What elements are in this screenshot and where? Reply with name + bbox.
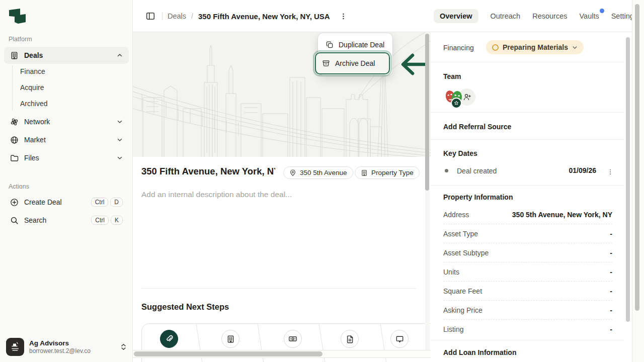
presentation-icon xyxy=(395,335,404,343)
address-tag-label: 350 5th Avenue xyxy=(300,169,347,176)
table-row: Asking Price- xyxy=(443,301,612,320)
panel-left-icon xyxy=(146,12,155,21)
chevron-down-icon xyxy=(117,155,123,161)
platform-section-label: Platform xyxy=(9,36,32,43)
brand-logo-icon[interactable] xyxy=(7,7,29,27)
sidebar-item-label: Market xyxy=(24,136,46,144)
copy-icon xyxy=(326,41,334,49)
menu-item-duplicate-deal[interactable]: Duplicate Deal xyxy=(321,36,389,53)
status-ring-icon xyxy=(492,44,499,51)
address-tag[interactable]: 350 5th Avenue xyxy=(283,166,353,179)
financing-status-dropdown[interactable]: Preparing Materials xyxy=(486,40,584,54)
panel-divider xyxy=(431,340,624,340)
row-label: Asset Subtype xyxy=(443,249,489,257)
next-steps-title: Suggested Next Steps xyxy=(141,302,229,312)
user-plus-icon xyxy=(463,93,471,102)
sidebar-item-label: Files xyxy=(24,154,39,162)
step-attachments[interactable] xyxy=(160,330,178,348)
tab-vaults-label: Vaults xyxy=(579,12,599,20)
workspace-info: Ag Advisors borrower.test.2@lev.co xyxy=(29,339,91,355)
financing-status-value: Preparing Materials xyxy=(503,43,568,51)
search-button[interactable]: Search CtrlK xyxy=(4,212,129,229)
app-window: Platform Deals Finance Acquire Archived xyxy=(0,0,644,362)
globe-icon xyxy=(10,136,19,144)
top-header: Deals / 350 Fifth Avenue, New York, NY, … xyxy=(133,0,632,32)
create-deal-button[interactable]: Create Deal CtrlD xyxy=(4,194,129,211)
menu-item-label: Duplicate Deal xyxy=(339,41,384,49)
step-documents[interactable] xyxy=(341,330,359,348)
search-icon xyxy=(10,216,19,225)
kebab-menu-icon xyxy=(607,168,614,175)
notification-dot xyxy=(600,9,604,13)
kbd-k: K xyxy=(111,216,123,225)
panel-divider xyxy=(431,62,624,62)
sidebar-item-acquire[interactable]: Acquire xyxy=(20,80,121,95)
row-value[interactable]: - xyxy=(610,325,612,333)
panel-divider xyxy=(431,185,624,186)
chevron-down-icon xyxy=(117,119,123,125)
add-loan-information-button[interactable]: Add Loan Information xyxy=(443,348,516,356)
folder-icon xyxy=(10,154,19,162)
actions-section-label: Actions xyxy=(9,183,29,190)
sidebar-item-market[interactable]: Market xyxy=(4,131,129,148)
paperclip-icon xyxy=(165,335,174,343)
annotation-arrow-icon xyxy=(398,53,427,76)
building-icon xyxy=(361,169,368,176)
sidebar-item-finance[interactable]: Finance xyxy=(20,64,121,79)
step-presentation[interactable] xyxy=(390,330,409,348)
sidebar-item-label: Network xyxy=(24,118,50,126)
breadcrumb-current-deal: 350 Fifth Avenue, New York, NY, USA xyxy=(198,12,330,21)
main-scrollbar-thumb[interactable] xyxy=(425,34,429,191)
deal-created-label: Deal created xyxy=(457,167,497,175)
toggle-sidebar-button[interactable] xyxy=(144,10,157,23)
deal-actions-menu-button[interactable] xyxy=(337,10,350,23)
workspace-switcher[interactable]: Ag Advisors borrower.test.2@lev.co xyxy=(4,334,129,360)
add-referral-source-button[interactable]: Add Referral Source xyxy=(443,123,511,131)
tab-vaults[interactable]: Vaults xyxy=(579,9,599,23)
deal-main-column: Duplicate Deal Archive Deal 350 Fifth Av… xyxy=(133,32,431,362)
main-hscrollbar-thumb[interactable] xyxy=(134,351,323,356)
row-value[interactable]: - xyxy=(610,268,612,276)
property-type-tag[interactable]: Property Type xyxy=(355,166,420,179)
property-information-label: Property Information xyxy=(443,193,513,201)
menu-item-label: Archive Deal xyxy=(335,59,375,67)
archive-icon xyxy=(322,59,330,67)
breadcrumb-deals-link[interactable]: Deals xyxy=(168,12,186,20)
table-row: Listing- xyxy=(443,320,612,338)
table-row: Address350 5th Avenue, New York, NY xyxy=(443,205,612,224)
menu-item-archive-deal[interactable]: Archive Deal xyxy=(315,52,390,74)
breadcrumb: Deals / 350 Fifth Avenue, New York, NY, … xyxy=(144,0,350,32)
row-value[interactable]: - xyxy=(610,287,612,295)
search-label: Search xyxy=(24,216,46,224)
row-value[interactable]: - xyxy=(610,230,612,238)
window-scrollbar-thumb[interactable] xyxy=(635,4,639,311)
sidebar-item-files[interactable]: Files xyxy=(4,149,129,166)
deal-description-input[interactable]: Add an internal description about the de… xyxy=(141,190,413,199)
sidebar-item-network[interactable]: Network xyxy=(4,113,129,130)
step-financials[interactable] xyxy=(284,330,302,348)
row-value[interactable]: 350 5th Avenue, New York, NY xyxy=(512,211,612,219)
map-pin-icon xyxy=(289,169,296,176)
table-row: Units- xyxy=(443,262,612,282)
chevron-down-icon xyxy=(572,45,578,50)
banknote-icon xyxy=(288,334,297,343)
deal-title: 350 Fifth Avenue, New York, NY, USA xyxy=(141,166,275,179)
tab-outreach[interactable]: Outreach xyxy=(491,9,521,23)
sidebar-item-archived[interactable]: Archived xyxy=(20,96,121,111)
row-value[interactable]: - xyxy=(610,249,612,257)
create-deal-shortcut: CtrlD xyxy=(91,198,123,207)
deal-created-date: 01/09/26 xyxy=(569,166,597,174)
building-icon xyxy=(10,51,19,60)
breadcrumb-divider xyxy=(162,12,163,20)
financing-label: Financing xyxy=(443,44,474,52)
tab-resources[interactable]: Resources xyxy=(532,9,567,23)
deal-tabs: Overview Outreach Resources Vaults Setti… xyxy=(434,0,637,32)
panel-scrollbar-thumb[interactable] xyxy=(626,37,630,322)
step-property[interactable] xyxy=(221,330,239,348)
key-date-menu-button[interactable] xyxy=(604,165,617,178)
row-value[interactable]: - xyxy=(610,306,612,314)
workspace-avatar xyxy=(6,338,24,356)
tab-overview[interactable]: Overview xyxy=(434,9,478,23)
create-deal-label: Create Deal xyxy=(24,198,62,206)
sidebar-item-deals[interactable]: Deals xyxy=(4,47,129,64)
